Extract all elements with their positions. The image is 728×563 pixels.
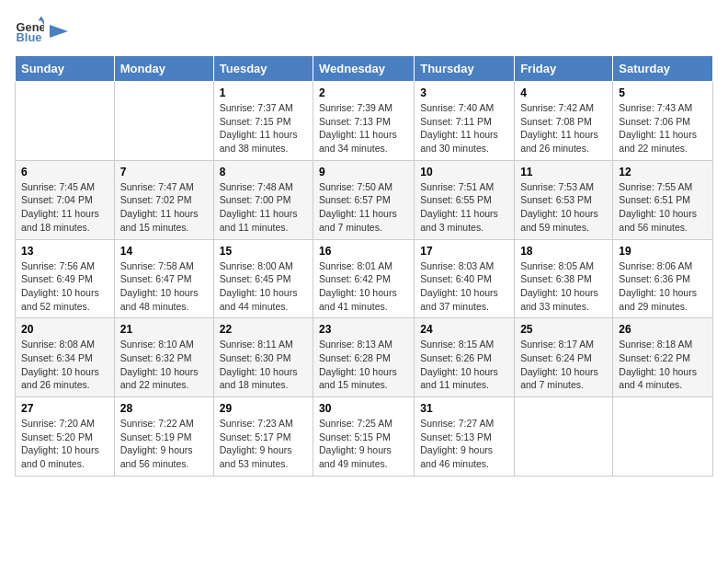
day-info: Sunrise: 7:51 AM Sunset: 6:55 PM Dayligh… (420, 180, 508, 235)
day-cell: 14Sunrise: 7:58 AM Sunset: 6:47 PM Dayli… (114, 239, 213, 318)
day-cell: 22Sunrise: 8:11 AM Sunset: 6:30 PM Dayli… (213, 318, 313, 397)
day-number: 8 (220, 166, 307, 178)
day-number: 29 (220, 402, 307, 415)
day-number: 14 (120, 245, 208, 258)
day-number: 27 (21, 402, 108, 415)
day-info: Sunrise: 7:22 AM Sunset: 5:19 PM Dayligh… (120, 417, 208, 471)
day-info: Sunrise: 7:50 AM Sunset: 6:57 PM Dayligh… (319, 180, 408, 235)
day-info: Sunrise: 7:39 AM Sunset: 7:13 PM Dayligh… (319, 101, 408, 155)
day-number: 31 (420, 402, 508, 415)
day-number: 16 (319, 245, 408, 258)
day-cell: 7Sunrise: 7:47 AM Sunset: 7:02 PM Daylig… (114, 160, 213, 239)
day-cell (16, 82, 115, 161)
day-info: Sunrise: 7:47 AM Sunset: 7:02 PM Dayligh… (120, 180, 208, 235)
col-header-tuesday: Tuesday (213, 56, 313, 82)
week-row-2: 6Sunrise: 7:45 AM Sunset: 7:04 PM Daylig… (16, 160, 713, 239)
day-cell: 17Sunrise: 8:03 AM Sunset: 6:40 PM Dayli… (415, 239, 515, 318)
day-cell: 18Sunrise: 8:05 AM Sunset: 6:38 PM Dayli… (515, 239, 613, 318)
day-info: Sunrise: 8:08 AM Sunset: 6:34 PM Dayligh… (21, 338, 108, 392)
day-info: Sunrise: 7:56 AM Sunset: 6:49 PM Dayligh… (21, 259, 108, 314)
day-number: 28 (120, 402, 208, 415)
day-info: Sunrise: 8:00 AM Sunset: 6:45 PM Dayligh… (220, 259, 307, 314)
svg-marker-2 (39, 17, 44, 21)
day-number: 30 (319, 402, 408, 415)
day-cell: 20Sunrise: 8:08 AM Sunset: 6:34 PM Dayli… (16, 318, 115, 397)
day-number: 2 (319, 86, 408, 99)
day-info: Sunrise: 8:11 AM Sunset: 6:30 PM Dayligh… (220, 338, 307, 392)
day-number: 19 (619, 245, 707, 258)
day-info: Sunrise: 8:01 AM Sunset: 6:42 PM Dayligh… (319, 259, 408, 314)
day-cell: 9Sunrise: 7:50 AM Sunset: 6:57 PM Daylig… (313, 160, 415, 239)
week-row-4: 20Sunrise: 8:08 AM Sunset: 6:34 PM Dayli… (16, 318, 713, 397)
day-number: 9 (319, 166, 408, 178)
day-info: Sunrise: 7:25 AM Sunset: 5:15 PM Dayligh… (319, 417, 408, 471)
day-number: 15 (220, 245, 307, 258)
day-number: 7 (120, 166, 208, 178)
day-info: Sunrise: 8:03 AM Sunset: 6:40 PM Dayligh… (420, 259, 508, 314)
day-cell: 5Sunrise: 7:43 AM Sunset: 7:06 PM Daylig… (613, 82, 713, 161)
day-cell: 2Sunrise: 7:39 AM Sunset: 7:13 PM Daylig… (313, 82, 415, 161)
svg-marker-4 (50, 25, 68, 38)
day-info: Sunrise: 7:42 AM Sunset: 7:08 PM Dayligh… (520, 101, 607, 155)
day-info: Sunrise: 7:58 AM Sunset: 6:47 PM Dayligh… (120, 259, 208, 314)
day-number: 26 (619, 323, 707, 336)
day-info: Sunrise: 7:43 AM Sunset: 7:06 PM Dayligh… (619, 101, 707, 155)
col-header-saturday: Saturday (613, 56, 713, 82)
day-cell: 16Sunrise: 8:01 AM Sunset: 6:42 PM Dayli… (313, 239, 415, 318)
day-info: Sunrise: 8:06 AM Sunset: 6:36 PM Dayligh… (619, 259, 707, 314)
day-info: Sunrise: 8:17 AM Sunset: 6:24 PM Dayligh… (520, 338, 607, 392)
day-cell: 1Sunrise: 7:37 AM Sunset: 7:15 PM Daylig… (213, 82, 313, 161)
day-cell: 28Sunrise: 7:22 AM Sunset: 5:19 PM Dayli… (114, 397, 213, 477)
day-number: 10 (420, 166, 508, 178)
day-number: 4 (520, 86, 607, 99)
day-number: 1 (220, 86, 307, 99)
day-info: Sunrise: 8:05 AM Sunset: 6:38 PM Dayligh… (520, 259, 607, 314)
day-cell: 29Sunrise: 7:23 AM Sunset: 5:17 PM Dayli… (213, 397, 313, 477)
day-info: Sunrise: 7:40 AM Sunset: 7:11 PM Dayligh… (420, 101, 508, 155)
day-cell: 10Sunrise: 7:51 AM Sunset: 6:55 PM Dayli… (415, 160, 515, 239)
day-cell: 30Sunrise: 7:25 AM Sunset: 5:15 PM Dayli… (313, 397, 415, 477)
day-info: Sunrise: 7:55 AM Sunset: 6:51 PM Dayligh… (619, 180, 707, 235)
week-row-1: 1Sunrise: 7:37 AM Sunset: 7:15 PM Daylig… (16, 82, 713, 161)
day-cell: 25Sunrise: 8:17 AM Sunset: 6:24 PM Dayli… (515, 318, 613, 397)
svg-text:Blue: Blue (17, 30, 42, 44)
day-number: 22 (220, 323, 307, 336)
day-cell: 11Sunrise: 7:53 AM Sunset: 6:53 PM Dayli… (515, 160, 613, 239)
day-cell (114, 82, 213, 161)
day-cell: 19Sunrise: 8:06 AM Sunset: 6:36 PM Dayli… (613, 239, 713, 318)
day-info: Sunrise: 7:48 AM Sunset: 7:00 PM Dayligh… (220, 180, 307, 235)
calendar-table: SundayMondayTuesdayWednesdayThursdayFrid… (15, 55, 713, 477)
logo: General Blue (15, 15, 68, 44)
day-cell (613, 397, 713, 477)
day-info: Sunrise: 7:45 AM Sunset: 7:04 PM Dayligh… (21, 180, 108, 235)
day-cell: 4Sunrise: 7:42 AM Sunset: 7:08 PM Daylig… (515, 82, 613, 161)
week-row-5: 27Sunrise: 7:20 AM Sunset: 5:20 PM Dayli… (16, 397, 713, 477)
day-number: 11 (520, 166, 607, 178)
day-cell: 23Sunrise: 8:13 AM Sunset: 6:28 PM Dayli… (313, 318, 415, 397)
day-info: Sunrise: 7:23 AM Sunset: 5:17 PM Dayligh… (220, 417, 307, 471)
day-cell: 31Sunrise: 7:27 AM Sunset: 5:13 PM Dayli… (415, 397, 515, 477)
day-cell: 8Sunrise: 7:48 AM Sunset: 7:00 PM Daylig… (213, 160, 313, 239)
day-number: 18 (520, 245, 607, 258)
day-info: Sunrise: 8:10 AM Sunset: 6:32 PM Dayligh… (120, 338, 208, 392)
col-header-thursday: Thursday (415, 56, 515, 82)
day-cell: 3Sunrise: 7:40 AM Sunset: 7:11 PM Daylig… (415, 82, 515, 161)
day-info: Sunrise: 7:37 AM Sunset: 7:15 PM Dayligh… (220, 101, 307, 155)
day-cell (515, 397, 613, 477)
header-row: SundayMondayTuesdayWednesdayThursdayFrid… (16, 56, 713, 82)
col-header-sunday: Sunday (16, 56, 115, 82)
day-number: 24 (420, 323, 508, 336)
day-info: Sunrise: 7:20 AM Sunset: 5:20 PM Dayligh… (21, 417, 108, 471)
day-number: 25 (520, 323, 607, 336)
day-cell: 13Sunrise: 7:56 AM Sunset: 6:49 PM Dayli… (16, 239, 115, 318)
day-number: 20 (21, 323, 108, 336)
col-header-monday: Monday (114, 56, 213, 82)
day-number: 23 (319, 323, 408, 336)
day-info: Sunrise: 7:27 AM Sunset: 5:13 PM Dayligh… (420, 417, 508, 471)
day-number: 6 (21, 166, 108, 178)
day-number: 21 (120, 323, 208, 336)
day-info: Sunrise: 7:53 AM Sunset: 6:53 PM Dayligh… (520, 180, 607, 235)
day-number: 12 (619, 166, 707, 178)
day-info: Sunrise: 8:13 AM Sunset: 6:28 PM Dayligh… (319, 338, 408, 392)
day-number: 5 (619, 86, 707, 99)
